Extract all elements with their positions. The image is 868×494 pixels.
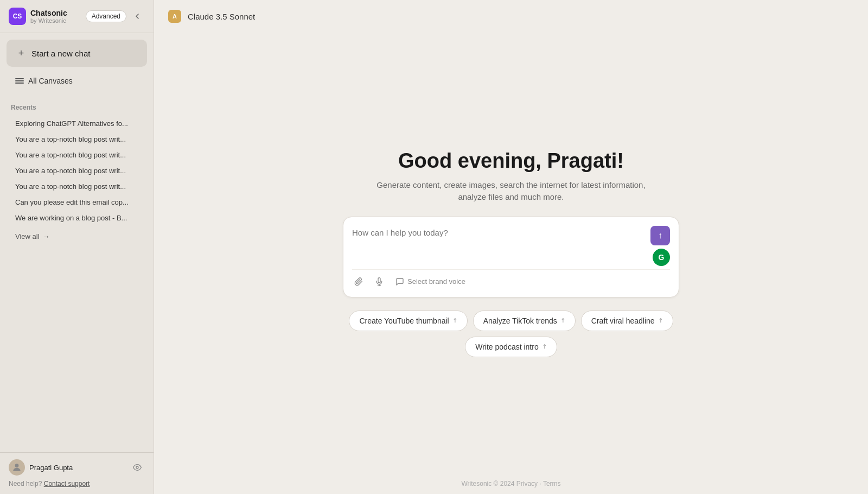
new-chat-label: Start a new chat <box>31 49 90 58</box>
copyright-text: Writesonic © 2024 <box>461 480 514 487</box>
arrow-icon: ↗ <box>559 316 567 325</box>
view-all-button[interactable]: View all → <box>4 228 149 245</box>
brand-avatar: CS <box>9 8 26 25</box>
arrow-icon: ↗ <box>656 316 665 325</box>
user-name: Pragati Gupta <box>29 464 73 472</box>
recent-item[interactable]: We are working on a blog post - B... <box>4 210 149 226</box>
recent-item[interactable]: You are a top-notch blog post writ... <box>4 147 149 163</box>
terms-link[interactable]: Terms <box>543 480 561 487</box>
view-all-label: View all <box>15 232 40 240</box>
craft-headline-chip[interactable]: Craft viral headline ↗ <box>581 311 673 331</box>
header-controls: Advanced <box>86 9 145 24</box>
main-header: A Claude 3.5 Sonnet <box>154 0 868 33</box>
recent-item[interactable]: Exploring ChatGPT Alternatives fo... <box>4 116 149 131</box>
greeting-section: Good evening, Pragati! Generate content,… <box>370 149 652 204</box>
brand-voice-label: Select brand voice <box>407 277 465 286</box>
recent-item[interactable]: Can you please edit this email cop... <box>4 194 149 210</box>
help-text: Need help? <box>9 480 42 487</box>
collapse-sidebar-button[interactable] <box>130 9 145 24</box>
recents-label: Recents <box>0 102 154 116</box>
chat-toolbar: Select brand voice <box>352 269 670 288</box>
write-podcast-chip[interactable]: Write podcast intro ↗ <box>465 337 557 357</box>
sidebar-header: CS Chatsonic by Writesonic Advanced <box>0 0 154 33</box>
grammarly-icon[interactable]: G <box>653 249 670 266</box>
chat-input[interactable] <box>352 226 646 258</box>
brand-voice-button[interactable]: Select brand voice <box>393 275 468 288</box>
brand-area: CS Chatsonic by Writesonic <box>9 8 67 25</box>
privacy-link[interactable]: Privacy <box>516 480 538 487</box>
model-name: Claude 3.5 Sonnet <box>188 12 255 21</box>
all-canvases-label: All Canvases <box>28 77 73 85</box>
recent-item[interactable]: You are a top-notch blog post writ... <box>4 163 149 179</box>
chips-row1: Create YouTube thumbnail ↗ Analyze TikTo… <box>349 311 673 331</box>
create-youtube-chip[interactable]: Create YouTube thumbnail ↗ <box>349 311 467 331</box>
brand-text: Chatsonic by Writesonic <box>30 9 67 24</box>
chip-label: Write podcast intro <box>475 343 538 351</box>
recent-item[interactable]: You are a top-notch blog post writ... <box>4 179 149 194</box>
svg-point-0 <box>15 464 19 467</box>
chip-label: Analyze TikTok trends <box>483 316 557 325</box>
svg-point-1 <box>136 466 138 468</box>
greeting-title: Good evening, Pragati! <box>370 149 652 173</box>
claude-icon: A <box>167 9 182 24</box>
chat-box: ↑ G <box>343 217 679 297</box>
contact-support-link[interactable]: Contact support <box>44 480 90 487</box>
chip-label: Create YouTube thumbnail <box>359 316 449 325</box>
send-button[interactable]: ↑ <box>650 226 670 245</box>
arrow-icon: ↗ <box>540 343 548 351</box>
greeting-subtitle: Generate content, create images, search … <box>370 179 652 204</box>
main-content: A Claude 3.5 Sonnet Good evening, Pragat… <box>154 0 868 494</box>
user-row: Pragati Gupta <box>9 459 145 476</box>
layers-icon <box>15 78 24 84</box>
chip-label: Craft viral headline <box>591 316 655 325</box>
attach-button[interactable] <box>352 275 365 288</box>
svg-text:A: A <box>173 13 177 20</box>
advanced-badge[interactable]: Advanced <box>86 10 126 22</box>
sidebar-footer: Pragati Gupta Need help? Contact support <box>0 452 154 494</box>
main-footer: Writesonic © 2024 Privacy · Terms <box>154 473 868 494</box>
plus-icon: + <box>15 47 27 59</box>
send-icon: ↑ <box>658 231 662 240</box>
chat-input-area: ↑ G <box>352 226 670 267</box>
recent-item[interactable]: You are a top-notch blog post writ... <box>4 131 149 147</box>
suggestion-chips: Create YouTube thumbnail ↗ Analyze TikTo… <box>349 311 673 357</box>
chips-row2: Write podcast intro ↗ <box>465 337 557 357</box>
all-canvases-button[interactable]: All Canvases <box>7 71 147 91</box>
arrow-right-icon: → <box>43 232 50 240</box>
eye-button[interactable] <box>130 460 145 475</box>
sidebar: CS Chatsonic by Writesonic Advanced + St… <box>0 0 154 494</box>
analyze-tiktok-chip[interactable]: Analyze TikTok trends ↗ <box>473 311 576 331</box>
brand-subtitle: by Writesonic <box>30 17 67 24</box>
main-body: Good evening, Pragati! Generate content,… <box>154 33 868 473</box>
mic-button[interactable] <box>373 275 386 288</box>
help-row: Need help? Contact support <box>9 480 145 487</box>
brand-name: Chatsonic <box>30 9 67 18</box>
user-info: Pragati Gupta <box>9 459 73 476</box>
user-avatar <box>9 459 25 476</box>
recents-section: Recents Exploring ChatGPT Alternatives f… <box>0 97 154 452</box>
arrow-icon: ↗ <box>450 316 459 325</box>
new-chat-button[interactable]: + Start a new chat <box>7 40 147 67</box>
